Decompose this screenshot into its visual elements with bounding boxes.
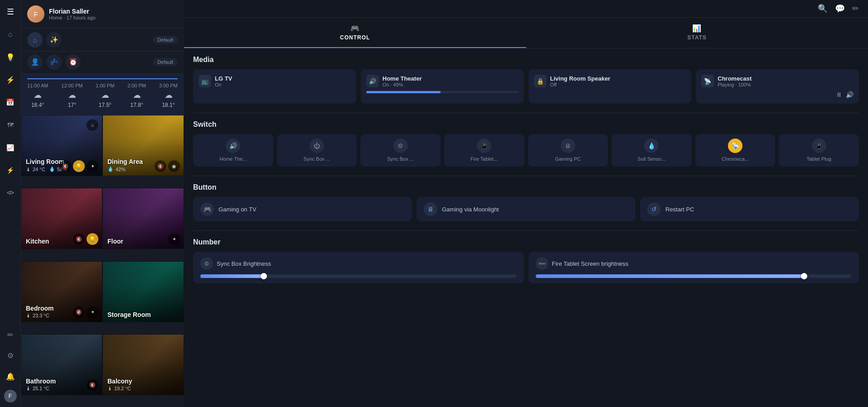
light-btn-kitchen[interactable]: 💡 (87, 233, 98, 245)
sync-brightness-slider[interactable] (200, 274, 517, 278)
history-icon[interactable]: 📈 (3, 140, 18, 155)
edit-icon[interactable]: ✏ (852, 4, 859, 14)
gaming-tv-icon: 🎮 (200, 202, 214, 216)
search-icon[interactable]: 🔍 (818, 4, 828, 14)
switch-sync-box-2[interactable]: ⚙ Sync Box ... (360, 134, 441, 167)
mute-btn-living[interactable]: 🔇 (59, 160, 71, 172)
user-header: F Florian Saller Home · 17 hours ago (21, 0, 184, 29)
thermometer-icon-bathroom: 🌡 (26, 386, 31, 391)
menu-icon[interactable]: ☰ (3, 5, 18, 19)
mute-btn-bedroom[interactable]: 🔇 (73, 306, 85, 318)
living-room-speaker-icon: 🔒 (534, 75, 547, 87)
room-card-floor[interactable]: Floor ✦ (102, 188, 184, 249)
pause-btn[interactable]: ⏸ (836, 91, 842, 98)
weather-time-4: 3:00 PM (159, 83, 178, 88)
humidity-icon: 💧 (49, 166, 55, 172)
home-action-icon[interactable]: ⌂ (27, 32, 43, 48)
sync-brightness-thumb[interactable] (261, 273, 267, 279)
room-card-storage[interactable]: Storage Room (102, 261, 184, 322)
cloud-icon-4: ☁ (165, 90, 173, 100)
home-nav-icon[interactable]: ⌂ (3, 27, 18, 42)
humidity-icon-dining: 💧 (107, 166, 114, 172)
media-card-living-room-speaker[interactable]: 🔒 Living Room Speaker Off (529, 69, 692, 104)
room-card-living-room[interactable]: ⌂ Living Room 🌡 24 °C 💧 58% 🔇 💡 ✦ (21, 115, 102, 176)
btn-restart-pc[interactable]: ↺ Restart PC (640, 197, 859, 221)
star-btn-bedroom[interactable]: ✦ (87, 306, 98, 318)
weather-temp-3: 17.8° (131, 102, 143, 108)
control-tab-icon: 🎮 (350, 24, 360, 33)
room-grid: ⌂ Living Room 🌡 24 °C 💧 58% 🔇 💡 ✦ (21, 115, 184, 407)
pencil-icon[interactable]: ✏ (3, 327, 18, 342)
switch-home-theater-label: Home The... (219, 156, 247, 162)
light-btn-living[interactable]: 💡 (73, 160, 85, 172)
switch-section-title: Switch (193, 120, 859, 129)
media-card-home-theater[interactable]: 🔊 Home Theater On · 49% (361, 69, 524, 104)
user-status: Home · 17 hours ago (49, 15, 96, 20)
energy-icon[interactable]: ⚡ (3, 72, 18, 87)
fire-brightness-slider[interactable] (536, 274, 852, 278)
clock-action-icon[interactable]: ⏰ (65, 54, 81, 70)
tab-stats[interactable]: 📊 STATS (526, 18, 868, 48)
number-sync-brightness: ⚙ Sync Box Brightness (193, 252, 524, 283)
mute-btn-bathroom[interactable]: 🔇 (87, 379, 98, 391)
sync-brightness-icon: ⚙ (200, 257, 213, 270)
default-badge-2[interactable]: Default (153, 58, 178, 66)
map-icon[interactable]: 🗺 (3, 118, 18, 132)
tab-control[interactable]: 🎮 CONTROL (184, 18, 526, 48)
developer-icon[interactable]: </> (3, 186, 18, 200)
switch-sync-box-1[interactable]: ⏻ Sync Box ... (277, 134, 357, 167)
weather-col-2: 1:00 PM ☁ 17.5° (96, 83, 114, 108)
devices-icon[interactable]: 💡 (3, 50, 18, 64)
content-area: Media 📺 LG TV On 🔊 (184, 48, 868, 291)
sync-brightness-title: Sync Box Brightness (217, 260, 271, 267)
switch-soil-sensor[interactable]: 💧 Soil Senso... (611, 134, 692, 167)
btn-gaming-moonlight[interactable]: 🖥 Gaming via Moonlight (417, 197, 635, 221)
weather-temp-0: 16.4° (31, 102, 44, 108)
automation-icon[interactable]: ⚡ (3, 163, 18, 177)
switch-tablet-plug[interactable]: 📱 Tablet Plug (779, 134, 859, 167)
user-avatar[interactable]: F (4, 390, 17, 402)
room-card-balcony[interactable]: Balcony 🌡 19.2 °C (102, 334, 184, 395)
weather-temp-4: 18.1° (162, 102, 175, 108)
weather-time-1: 12:00 PM (61, 83, 82, 88)
gaming-moonlight-icon: 🖥 (424, 202, 437, 216)
cloud-icon-2: ☁ (101, 90, 109, 100)
switch-home-theater[interactable]: 🔊 Home The... (193, 134, 273, 167)
media-card-chromecast[interactable]: 📡 Chromecast Playing · 100% ⏸ 🔊 (696, 69, 859, 104)
sparkle-action-icon[interactable]: ✨ (46, 32, 62, 48)
default-badge[interactable]: Default (153, 36, 178, 44)
switch-sync-box-2-icon: ⚙ (393, 139, 408, 153)
switch-fire-tablet[interactable]: 📱 Fire Tablet... (444, 134, 524, 167)
notifications-icon[interactable]: 🔔 (3, 369, 18, 383)
lg-tv-icon: 📺 (199, 75, 211, 87)
weather-time-0: 11:00 AM (27, 83, 48, 88)
room-card-bathroom[interactable]: Bathroom 🌡 25.1 °C 🔇 (21, 334, 102, 395)
room-card-kitchen[interactable]: Kitchen 🔇 💡 (21, 188, 102, 249)
fire-brightness-thumb[interactable] (801, 273, 807, 279)
switch-tablet-plug-icon: 📱 (812, 139, 826, 153)
button-grid: 🎮 Gaming on TV 🖥 Gaming via Moonlight ↺ … (193, 197, 859, 221)
settings-icon[interactable]: ⚙ (3, 348, 18, 363)
room-card-bedroom[interactable]: Bedroom 🌡 23.3 °C 🔇 ✦ (21, 261, 102, 322)
calendar-icon[interactable]: 📅 (3, 95, 18, 110)
switch-chromecast[interactable]: 📡 Chromeca... (695, 134, 776, 167)
btn-gaming-on-tv[interactable]: 🎮 Gaming on TV (193, 197, 412, 221)
media-card-lg-tv[interactable]: 📺 LG TV On (193, 69, 356, 104)
switch-gaming-pc[interactable]: 🖥 Gaming PC (528, 134, 608, 167)
person-action-icon[interactable]: 👤 (27, 54, 43, 70)
chat-icon[interactable]: 💬 (835, 4, 845, 14)
action-bar-row1: ⌂ ✨ Default (21, 29, 184, 52)
circle-btn-dining[interactable]: ◉ (168, 160, 180, 172)
living-room-speaker-name: Living Room Speaker (550, 75, 611, 82)
weather-col-0: 11:00 AM ☁ 16.4° (27, 83, 48, 108)
mute-btn-dining[interactable]: 🔇 (155, 160, 166, 172)
mute-btn-kitchen[interactable]: 🔇 (73, 233, 85, 245)
home-theater-progress-bar (366, 91, 519, 93)
control-tab-label: CONTROL (340, 34, 370, 41)
stats-tab-label: STATS (687, 34, 707, 41)
star-btn-living[interactable]: ✦ (87, 160, 98, 172)
room-card-dining-area[interactable]: Dining Area 💧 42% 🔇 ◉ (102, 115, 184, 176)
sleep-action-icon[interactable]: 💤 (46, 54, 62, 70)
volume-btn[interactable]: 🔊 (846, 91, 853, 98)
star-btn-floor[interactable]: ✦ (168, 233, 180, 245)
